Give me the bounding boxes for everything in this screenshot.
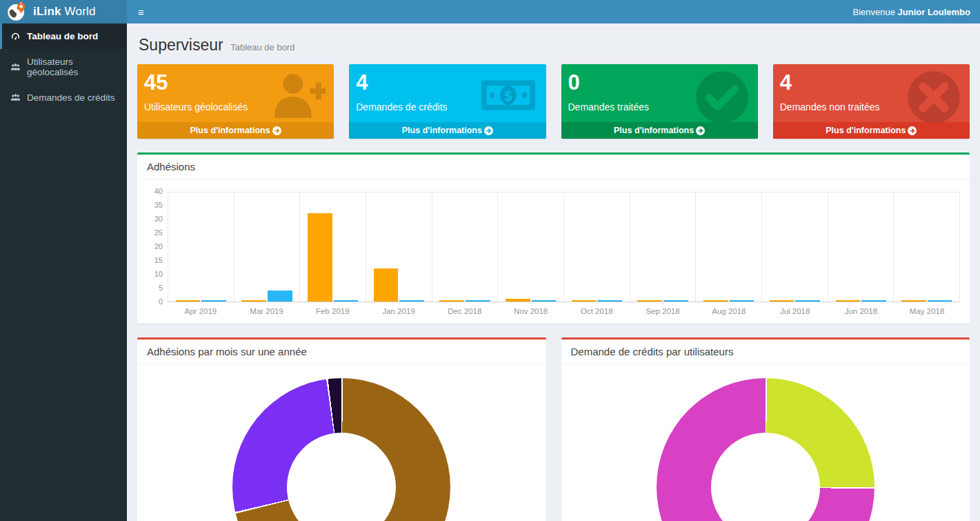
x-tick-label: May 2018	[894, 307, 960, 315]
bar-serie-orange	[506, 299, 530, 302]
navbar-bar: ≡ Bienvenue Junior Loulembo	[127, 0, 980, 23]
bar-serie-orange	[770, 300, 794, 302]
bar-serie-cyan	[597, 300, 622, 302]
bar-serie-orange	[836, 300, 861, 302]
page-title: Superviseur	[139, 36, 223, 55]
sidebar-toggle-hamburger-icon[interactable]: ≡	[127, 0, 155, 23]
sidebar-item-tableau-de-bord[interactable]: Tableau de bord	[0, 23, 127, 49]
dashboard-icon	[10, 31, 21, 41]
panel-title: Adhésions par mois sur une année	[137, 340, 546, 364]
sidebar-item-label: Utilisateurs géolocalisés	[27, 57, 120, 77]
stat-box-demandes-traitees: 0 Demandes traitées Plus d'informations	[561, 64, 758, 139]
bar-chart-y-axis: 0510152025303540	[147, 192, 168, 302]
y-tick-label: 35	[154, 201, 163, 209]
bar-serie-cyan	[795, 300, 820, 302]
arrow-circle-right-icon	[696, 126, 705, 135]
stat-box-demandes-non-traitees: 4 Demandes non traitées Plus d'informati…	[773, 64, 970, 139]
y-tick-label: 15	[154, 257, 163, 264]
sidebar-item-label: Tableau de bord	[27, 31, 98, 41]
more-info-link[interactable]: Plus d'informations	[561, 122, 758, 139]
more-info-link[interactable]: Plus d'informations	[137, 122, 334, 139]
bar-serie-cyan	[334, 300, 359, 302]
bar-group	[630, 193, 696, 302]
bar-serie-cyan	[466, 300, 490, 302]
y-tick-label: 25	[154, 229, 163, 237]
adhesions-panel: Adhésions 0510152025303540 Apr 2019Mar 2…	[137, 153, 970, 324]
brand-link[interactable]: $ iLink World	[0, 0, 127, 23]
stat-label: Demandes traitées	[568, 101, 751, 112]
x-tick-label: Apr 2019	[168, 307, 234, 315]
bar-group	[828, 193, 894, 302]
bar-serie-cyan	[928, 300, 952, 302]
ilink-globe-logo-icon: $	[7, 1, 28, 22]
bar-group	[761, 193, 828, 302]
demande-credits-doughnut-chart	[657, 378, 874, 521]
panel-title: Adhésions	[137, 155, 970, 179]
x-tick-label: Nov 2018	[498, 307, 564, 315]
y-tick-label: 0	[159, 298, 163, 306]
stat-label: Demandes de crédits	[356, 101, 539, 112]
x-tick-label: Feb 2019	[300, 307, 366, 315]
bar-serie-cyan	[532, 300, 557, 302]
x-tick-label: Mar 2019	[234, 307, 300, 315]
demande-credits-panel: Demande de crédits par utilisateurs	[561, 337, 970, 521]
bar-serie-cyan	[399, 300, 424, 302]
y-tick-label: 40	[154, 188, 163, 195]
stat-box-demandes-de-credits: $ 4 Demandes de crédits Plus d'informati…	[349, 64, 546, 139]
stat-box-utilisateurs-geolocalises: 45 Utilisateurs géolocalisés Plus d'info…	[137, 64, 334, 139]
x-tick-label: Sep 2018	[630, 307, 696, 315]
stat-value: 0	[568, 71, 751, 95]
stat-box-row: 45 Utilisateurs géolocalisés Plus d'info…	[137, 64, 970, 139]
bar-group	[234, 193, 300, 302]
donut-row: Adhésions par mois sur une année Demande…	[137, 324, 970, 521]
brand-title: iLink World	[33, 5, 96, 19]
stat-label: Utilisateurs géolocalisés	[144, 101, 327, 112]
bar-serie-cyan	[268, 291, 292, 302]
bar-group	[366, 193, 432, 302]
y-tick-label: 10	[154, 271, 163, 278]
y-tick-label: 5	[159, 284, 163, 292]
bar-serie-orange	[241, 300, 266, 302]
page-header: Superviseur Tableau de bord	[137, 32, 970, 64]
arrow-circle-right-icon	[484, 126, 493, 135]
sidebar-item-utilisateurs-geolocalises[interactable]: Utilisateurs géolocalisés	[0, 49, 127, 85]
y-tick-label: 30	[154, 215, 163, 223]
bar-serie-orange	[374, 268, 399, 302]
bar-serie-cyan	[663, 300, 688, 302]
bar-group	[563, 193, 630, 302]
stat-value: 45	[144, 71, 327, 95]
bar-group	[893, 193, 959, 302]
bar-serie-cyan	[201, 300, 226, 302]
page-subtitle: Tableau de bord	[230, 42, 294, 52]
arrow-circle-right-icon	[908, 126, 917, 135]
welcome-text: Bienvenue Junior Loulembo	[852, 7, 980, 17]
sidebar-item-demandes-de-credits[interactable]: Demandes de crédits	[0, 85, 127, 110]
bar-chart-plot	[168, 192, 960, 302]
x-tick-label: Aug 2018	[696, 307, 762, 315]
users-icon	[10, 92, 21, 103]
bar-group	[432, 193, 498, 302]
arrow-circle-right-icon	[272, 126, 281, 135]
x-tick-label: Jun 2018	[828, 307, 894, 315]
stat-label: Demandes non traitées	[780, 101, 963, 112]
x-tick-label: Oct 2018	[564, 307, 630, 315]
bar-chart-x-axis: Apr 2019Mar 2019Feb 2019Jan 2019Dec 2018…	[168, 307, 960, 315]
panel-title: Demande de crédits par utilisateurs	[561, 340, 970, 364]
bar-group	[168, 193, 234, 302]
bar-serie-orange	[439, 300, 464, 302]
x-tick-label: Jul 2018	[762, 307, 828, 315]
stat-value: 4	[356, 71, 539, 95]
x-tick-label: Dec 2018	[432, 307, 498, 315]
more-info-link[interactable]: Plus d'informations	[773, 122, 970, 139]
x-tick-label: Jan 2019	[366, 307, 432, 315]
adhesions-doughnut-chart	[232, 378, 450, 521]
bar-group	[299, 193, 366, 302]
y-tick-label: 20	[154, 243, 163, 250]
stat-value: 4	[780, 71, 963, 95]
more-info-link[interactable]: Plus d'informations	[349, 122, 546, 139]
bar-group	[497, 193, 563, 302]
adhesions-par-mois-panel: Adhésions par mois sur une année	[137, 337, 546, 521]
bar-serie-orange	[308, 213, 332, 302]
top-navbar: $ iLink World ≡ Bienvenue Junior Loulemb…	[0, 0, 980, 23]
adhesions-bar-chart: 0510152025303540 Apr 2019Mar 2019Feb 201…	[147, 186, 960, 315]
